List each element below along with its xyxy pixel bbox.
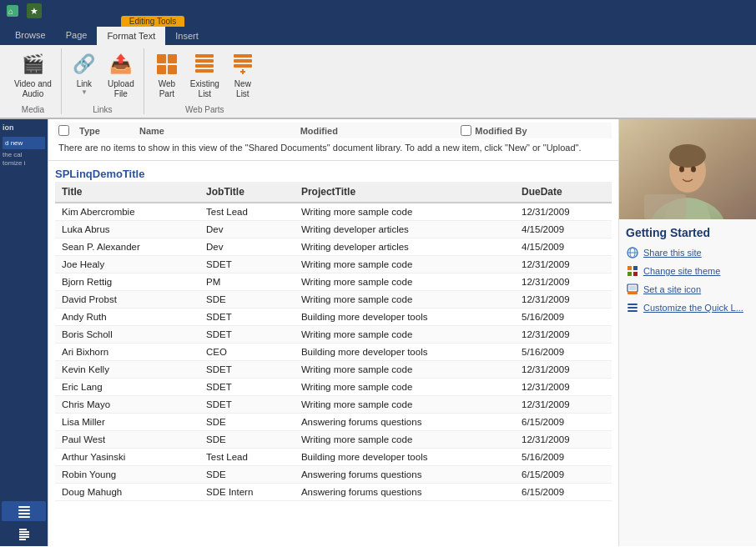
main-area: ion d new the caltomize i: [0, 119, 756, 546]
table-row: Robin YoungSDEAnswering forums questions…: [55, 466, 612, 484]
modified-by-checkbox[interactable]: [461, 125, 471, 136]
media-group-label: Media: [22, 102, 44, 114]
customize-quick-label: Customize the Quick L...: [643, 303, 743, 313]
table-row: Arthur YasinskiTest LeadBuilding more de…: [55, 449, 612, 466]
row-projecttitle: Writing developer articles: [295, 238, 515, 256]
customize-quick-item[interactable]: Customize the Quick L...: [626, 301, 749, 314]
svg-rect-40: [629, 286, 636, 290]
doc-icon-nav[interactable]: [2, 524, 46, 544]
webparts-group-label: Web Parts: [185, 102, 224, 114]
row-projecttitle: Building more developer tools: [295, 449, 515, 466]
table-row: Lisa MillerSDEAnswering forums questions…: [55, 414, 612, 431]
doc-select-all[interactable]: [58, 125, 69, 136]
svg-rect-16: [18, 509, 30, 511]
svg-rect-5: [168, 65, 177, 74]
new-list-button[interactable]: NewList: [225, 48, 260, 102]
table-row: Ari BixhornCEOBuilding more developer to…: [55, 344, 612, 361]
row-title: Kim Abercrombie: [55, 203, 199, 221]
row-title: Arthur Yasinski: [55, 449, 199, 466]
modified-by-col: Modified By: [461, 125, 612, 136]
set-icon-item[interactable]: Set a site icon: [626, 283, 749, 296]
existing-list-button[interactable]: ExistingList: [186, 48, 224, 102]
row-jobtitle: SDE: [199, 414, 295, 431]
row-duedate: 12/31/2009: [515, 256, 612, 274]
doc-library-header: Type Name Modified Modified By There are…: [48, 119, 618, 161]
table-row: Chris MayoSDETWriting more sample code12…: [55, 396, 612, 414]
svg-point-29: [691, 167, 696, 173]
star-icon[interactable]: ★: [27, 3, 42, 18]
row-title: Paul West: [55, 431, 199, 449]
tab-format-text[interactable]: Format Text: [97, 27, 165, 45]
share-site-label: Share this site: [643, 248, 702, 258]
svg-rect-19: [19, 529, 27, 530]
editing-tools-label: Editing Tools Format Text Insert: [97, 16, 208, 45]
row-title: Andy Ruth: [55, 309, 199, 326]
change-theme-item[interactable]: Change site theme: [626, 264, 749, 278]
table-row: Andy RuthSDETBuilding more developer too…: [55, 309, 612, 326]
new-list-icon: [229, 51, 256, 78]
table-row: Luka AbrusDevWriting developer articles4…: [55, 221, 612, 238]
row-duedate: 12/31/2009: [515, 396, 612, 414]
svg-rect-30: [644, 194, 686, 219]
svg-rect-3: [168, 54, 177, 63]
svg-rect-39: [627, 292, 638, 294]
row-duedate: 6/15/2009: [515, 466, 612, 484]
row-title: Ari Bixhorn: [55, 344, 199, 361]
svg-rect-6: [195, 54, 214, 58]
getting-started-section: Getting Started Share this site Change s…: [619, 219, 756, 326]
ribbon-group-links: 🔗 Link ▼ 📤 UploadFile Links: [62, 48, 144, 114]
ribbon-items-media: 🎬 Video andAudio: [10, 48, 56, 102]
name-col: Name: [139, 126, 290, 136]
table-row: Kim AbercrombieTest LeadWriting more sam…: [55, 203, 612, 221]
duedate-header: DueDate: [515, 182, 612, 203]
right-panel: Getting Started Share this site Change s…: [618, 119, 756, 546]
tab-insert[interactable]: Insert: [165, 27, 209, 45]
row-title: Boris Scholl: [55, 326, 199, 344]
row-title: Bjorn Rettig: [55, 274, 199, 291]
svg-rect-34: [627, 266, 632, 270]
set-icon-icon: [626, 283, 639, 296]
list-icon-nav[interactable]: [2, 501, 46, 521]
video-audio-icon: 🎬: [19, 51, 46, 78]
existing-list-icon: [191, 51, 218, 78]
row-duedate: 12/31/2009: [515, 274, 612, 291]
table-row: Boris SchollSDETWriting more sample code…: [55, 326, 612, 344]
row-projecttitle: Writing more sample code: [295, 256, 515, 274]
share-site-item[interactable]: Share this site: [626, 246, 749, 259]
svg-rect-41: [627, 304, 638, 305]
row-jobtitle: SDE Intern: [199, 484, 295, 501]
title-header: Title: [55, 182, 199, 203]
upload-file-button[interactable]: 📤 UploadFile: [103, 48, 139, 102]
svg-rect-15: [18, 506, 30, 508]
row-jobtitle: SDET: [199, 396, 295, 414]
web-part-button[interactable]: WebPart: [149, 48, 184, 102]
svg-rect-4: [157, 65, 166, 74]
getting-started-title: Getting Started: [626, 226, 749, 239]
web-part-icon: [154, 51, 180, 78]
video-audio-label: Video andAudio: [14, 79, 52, 99]
jobtitle-header: JobTitle: [199, 182, 295, 203]
home-icon[interactable]: ⌂: [5, 3, 20, 18]
row-projecttitle: Writing more sample code: [295, 361, 515, 379]
row-projecttitle: Answering forums questions: [295, 484, 515, 501]
set-icon-label: Set a site icon: [643, 284, 701, 294]
svg-rect-11: [234, 59, 252, 63]
splinq-demo-link[interactable]: SPLinqDemoTitle: [55, 168, 144, 180]
tab-page[interactable]: Page: [56, 25, 98, 45]
tab-browse[interactable]: Browse: [5, 25, 56, 45]
link-button[interactable]: 🔗 Link ▼: [67, 48, 102, 98]
profile-image: [619, 119, 756, 219]
table-row: Doug MahughSDE InternAnswering forums qu…: [55, 484, 612, 501]
table-row: Eric LangSDETWriting more sample code12/…: [55, 379, 612, 396]
row-title: Chris Mayo: [55, 396, 199, 414]
modified-col: Modified: [300, 126, 451, 136]
change-theme-icon: [626, 264, 639, 278]
row-jobtitle: SDET: [199, 379, 295, 396]
video-audio-button[interactable]: 🎬 Video andAudio: [10, 48, 56, 102]
row-projecttitle: Writing more sample code: [295, 396, 515, 414]
svg-rect-9: [195, 69, 214, 73]
row-jobtitle: Dev: [199, 238, 295, 256]
svg-point-28: [679, 167, 684, 173]
section-title: SPLinqDemoTitle: [48, 161, 618, 182]
row-duedate: 5/16/2009: [515, 309, 612, 326]
